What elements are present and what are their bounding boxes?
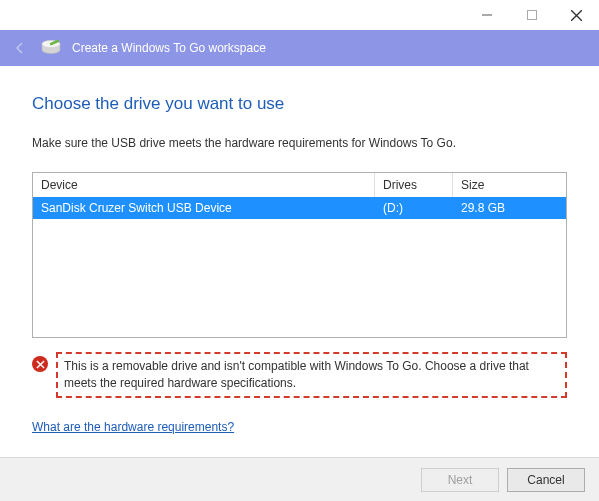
- cell-drives: (D:): [375, 197, 453, 219]
- error-text: This is a removable drive and isn't comp…: [56, 352, 567, 398]
- page-subheading: Make sure the USB drive meets the hardwa…: [32, 136, 567, 150]
- col-header-device[interactable]: Device: [33, 173, 375, 197]
- hardware-requirements-link[interactable]: What are the hardware requirements?: [32, 420, 234, 434]
- cell-size: 29.8 GB: [453, 197, 566, 219]
- svg-rect-1: [527, 11, 536, 20]
- error-icon: [32, 356, 48, 372]
- disk-icon: [40, 39, 62, 57]
- table-row[interactable]: SanDisk Cruzer Switch USB Device (D:) 29…: [33, 197, 566, 219]
- wizard-title: Create a Windows To Go workspace: [72, 41, 266, 55]
- next-button: Next: [421, 468, 499, 492]
- back-arrow-icon[interactable]: [10, 38, 30, 58]
- maximize-button[interactable]: [509, 0, 554, 30]
- wizard-header: Create a Windows To Go workspace: [0, 30, 599, 66]
- table-body: SanDisk Cruzer Switch USB Device (D:) 29…: [33, 197, 566, 337]
- cancel-button[interactable]: Cancel: [507, 468, 585, 492]
- titlebar: [0, 0, 599, 30]
- col-header-size[interactable]: Size: [453, 173, 566, 197]
- drive-table: Device Drives Size SanDisk Cruzer Switch…: [32, 172, 567, 338]
- table-header: Device Drives Size: [33, 173, 566, 197]
- close-button[interactable]: [554, 0, 599, 30]
- footer: Next Cancel: [0, 457, 599, 501]
- col-header-drives[interactable]: Drives: [375, 173, 453, 197]
- cell-device: SanDisk Cruzer Switch USB Device: [33, 197, 375, 219]
- error-block: This is a removable drive and isn't comp…: [32, 352, 567, 398]
- content-area: Choose the drive you want to use Make su…: [0, 66, 599, 444]
- page-heading: Choose the drive you want to use: [32, 94, 567, 114]
- minimize-button[interactable]: [464, 0, 509, 30]
